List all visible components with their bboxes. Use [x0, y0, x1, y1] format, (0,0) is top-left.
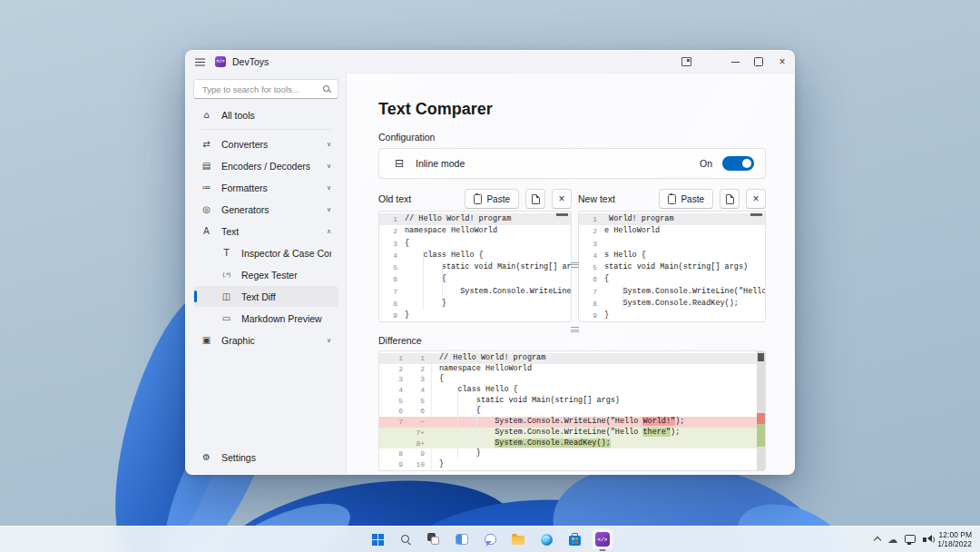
- old-text-clear-button[interactable]: ×: [552, 189, 572, 209]
- sidebar-nav: ⌂ All tools ⇄Converters∨▤Encoders / Deco…: [186, 104, 346, 474]
- system-tray: ☁ 12:00 PM 1/18/2022: [875, 527, 972, 552]
- network-icon[interactable]: [905, 535, 916, 543]
- new-text-editor[interactable]: 1 World! program2e HelloWorld34s Hello {…: [578, 211, 766, 322]
- tool-search-box[interactable]: [193, 79, 338, 99]
- sidebar-item-label: Text Diff: [241, 291, 276, 302]
- old-text-paste-button[interactable]: Paste: [465, 189, 519, 209]
- sidebar-item-text[interactable]: AText∧: [193, 221, 338, 242]
- volume-icon[interactable]: [923, 537, 926, 542]
- sidebar-item-converters[interactable]: ⇄Converters∨: [193, 133, 338, 154]
- main-content: Text Comparer Configuration ⊟ Inline mod…: [346, 73, 794, 474]
- sidebar-item-text-diff[interactable]: ◫Text Diff: [193, 286, 338, 307]
- line-number: 4: [579, 250, 604, 261]
- new-text-label: New text: [578, 193, 615, 204]
- file-icon: [726, 194, 734, 204]
- code-text: class Hello {: [431, 385, 518, 396]
- code-segment: {: [439, 374, 444, 383]
- chevron-down-icon: ∨: [323, 184, 331, 192]
- inline-mode-toggle[interactable]: [722, 156, 754, 171]
- minimize-icon: [731, 62, 740, 63]
- sidebar-item-settings[interactable]: ⚙ Settings: [193, 447, 338, 468]
- word-diff-highlight: there": [642, 428, 671, 437]
- code-segment: class Hello {: [439, 385, 518, 394]
- code-line: 2e HelloWorld: [579, 225, 765, 237]
- sidebar-divider: [201, 129, 331, 130]
- maximize-button[interactable]: [747, 51, 770, 73]
- task-view-button[interactable]: [423, 528, 445, 550]
- sidebar-item-encoders-decoders[interactable]: ▤Encoders / Decoders∨: [193, 155, 338, 176]
- new-text-open-file-button[interactable]: [720, 189, 740, 209]
- devtoys-button[interactable]: </>: [592, 528, 613, 550]
- splitter-grip[interactable]: [571, 262, 579, 268]
- sidebar-item-formatters[interactable]: ≔Formatters∨: [193, 177, 338, 198]
- clipboard-icon: [668, 194, 676, 204]
- clear-icon: ×: [752, 194, 759, 203]
- sidebar-item-generators[interactable]: ◎Generators∨: [193, 199, 338, 220]
- tray-time: 12:00 PM: [937, 530, 972, 539]
- line-number: 4: [379, 250, 405, 261]
- scrollbar-thumb[interactable]: [750, 213, 762, 216]
- minimize-button[interactable]: [723, 51, 747, 73]
- taskbar: </> ☁ 12:00 PM 1/18/2022: [0, 526, 980, 552]
- chat-icon: [485, 534, 496, 545]
- hamburger-menu-button[interactable]: [186, 51, 213, 73]
- toggle-knob: [742, 159, 751, 168]
- close-button[interactable]: ×: [770, 51, 794, 73]
- gear-icon: ⚙: [201, 452, 212, 462]
- code-line: 1 World! program: [579, 213, 765, 225]
- diff-row: 66 {: [379, 406, 765, 417]
- line-number: 2: [379, 225, 405, 237]
- diff-new-line-number: 2: [403, 364, 425, 375]
- code-text: {: [405, 238, 409, 250]
- compact-overlay-button[interactable]: [674, 51, 698, 73]
- edge-button[interactable]: [535, 528, 557, 550]
- code-text: {: [405, 273, 446, 285]
- search-button[interactable]: [395, 528, 416, 550]
- diff-new-line-number: 3: [403, 374, 425, 385]
- splitter-grip[interactable]: [571, 327, 579, 332]
- new-text-paste-button[interactable]: Paste: [659, 189, 713, 209]
- diff-old-line-number: [379, 428, 403, 439]
- chat-button[interactable]: [479, 528, 501, 550]
- diff-new-line-number: −: [403, 417, 425, 428]
- sidebar-item-all-tools[interactable]: ⌂ All tools: [193, 104, 338, 125]
- diff-row: 7+ System.Console.WriteLine("Hello there…: [379, 428, 765, 439]
- inline-mode-label: Inline mode: [416, 158, 465, 169]
- code-segment: }: [439, 448, 481, 458]
- start-button[interactable]: [367, 528, 388, 550]
- code-segment: {: [439, 406, 481, 415]
- sidebar-item-markdown-preview[interactable]: ▭Markdown Preview: [193, 308, 338, 329]
- taskbar-clock[interactable]: 12:00 PM 1/18/2022: [937, 530, 972, 548]
- diff-scrollbar-thumb[interactable]: [758, 353, 764, 361]
- store-button[interactable]: [564, 528, 585, 550]
- onedrive-cloud-icon[interactable]: ☁: [887, 535, 897, 545]
- code-text: // Hello World! program: [405, 213, 511, 225]
- old-text-editor[interactable]: 1// Hello World! program2namespace Hello…: [378, 211, 572, 322]
- line-number: 3: [579, 238, 604, 250]
- file-explorer-button[interactable]: [507, 528, 529, 550]
- difference-viewer[interactable]: 11// Hello World! program22namespace Hel…: [378, 350, 766, 471]
- store-icon: [569, 536, 581, 546]
- code-text: }: [431, 448, 481, 459]
- code-text: namespace HelloWorld: [405, 225, 497, 237]
- widgets-button[interactable]: [451, 528, 473, 550]
- sidebar-item-label: All tools: [221, 110, 255, 121]
- diff-row: 33{: [379, 374, 765, 385]
- sidebar-item-inspector-case-converter[interactable]: TInspector & Case Converter: [193, 242, 338, 263]
- tray-date: 1/18/2022: [937, 539, 972, 548]
- sidebar-item-label: Generators: [221, 204, 270, 215]
- line-number: 6: [379, 273, 405, 285]
- indent-guide: [457, 385, 458, 459]
- sidebar-item-graphic[interactable]: ▣Graphic∨: [193, 330, 338, 350]
- deletion-marker: [757, 413, 765, 424]
- scrollbar-thumb[interactable]: [556, 213, 568, 216]
- sidebar-item-label: Graphic: [221, 335, 255, 346]
- diff-scrollbar-track[interactable]: [757, 351, 765, 470]
- tray-chevron-up-icon[interactable]: [874, 537, 881, 544]
- diff-old-line-number: 7: [379, 417, 403, 428]
- new-text-clear-button[interactable]: ×: [746, 189, 766, 209]
- search-input[interactable]: [201, 84, 322, 95]
- sidebar-item-regex-tester[interactable]: (.*)Regex Tester: [193, 264, 338, 285]
- old-text-open-file-button[interactable]: [525, 189, 545, 209]
- indent-guide: [622, 286, 623, 310]
